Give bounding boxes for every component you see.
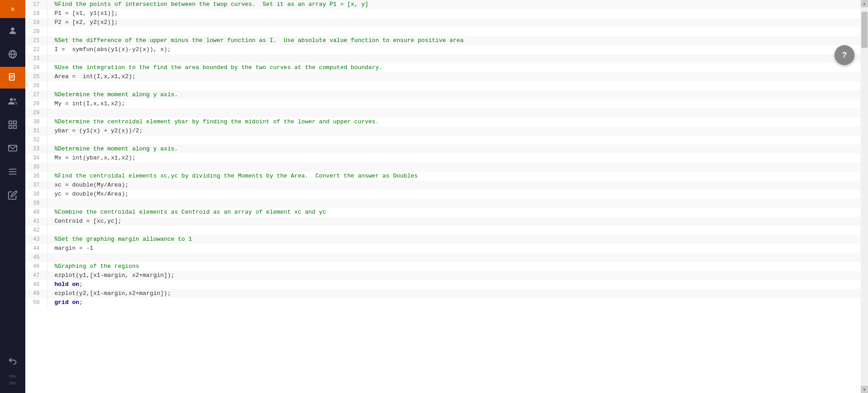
table-row: 42 (25, 226, 861, 235)
table-row: 44margin = -1 (25, 244, 861, 253)
help-button[interactable]: ? (835, 45, 854, 65)
line-number: 39 (25, 199, 47, 208)
svg-rect-10 (9, 121, 12, 124)
sidebar-item-edit[interactable] (0, 184, 25, 206)
line-content: %Determine the moment along y axis. (47, 145, 861, 154)
svg-point-0 (11, 28, 14, 31)
line-number: 22 (25, 45, 47, 54)
table-row: 48hold on; (25, 280, 861, 289)
line-number: 19 (25, 18, 47, 27)
line-number: 47 (25, 271, 47, 280)
scrollbar[interactable]: ▲ ▼ (861, 0, 868, 393)
line-content: Mx = int(ybar,x,x1,x2); (47, 154, 861, 163)
table-row: 43%Set the graphing margin allowance to … (25, 235, 861, 244)
table-row: 29 (25, 108, 861, 117)
line-content: Area = int(I,x,x1,x2); (47, 72, 861, 81)
svg-rect-12 (9, 126, 12, 128)
line-content: P1 = [x1, y1(x1)]; (47, 9, 861, 18)
list-icon (8, 167, 18, 177)
line-number: 27 (25, 90, 47, 99)
table-row: 24%Use the integration to the find the a… (25, 63, 861, 72)
user-icon (8, 26, 18, 36)
table-row: 20 (25, 27, 861, 36)
line-number: 37 (25, 181, 47, 190)
line-content: %Find the points of intersection between… (47, 0, 861, 9)
table-row: 30%Determine the centroidal element ybar… (25, 117, 861, 126)
close-button[interactable]: ✕ (0, 0, 25, 18)
line-content (47, 199, 861, 208)
line-content (47, 136, 861, 145)
line-number: 29 (25, 108, 47, 117)
line-number: 46 (25, 262, 47, 271)
line-content: %Combine the centroidal elements as Cent… (47, 208, 861, 217)
line-number: 18 (25, 9, 47, 18)
line-number: 34 (25, 154, 47, 163)
table-row: 31ybar = (y1(x) + y2(x))/2; (25, 126, 861, 136)
back-icon (8, 356, 18, 366)
table-row: 39 (25, 199, 861, 208)
line-number: 41 (25, 217, 47, 226)
sidebar-item-user[interactable] (0, 20, 25, 42)
line-content: ybar = (y1(x) + y2(x))/2; (47, 126, 861, 136)
line-content: %Determine the moment along y axis. (47, 90, 861, 99)
line-number: 42 (25, 226, 47, 235)
svg-rect-13 (14, 126, 16, 128)
scroll-thumb[interactable] (861, 12, 868, 48)
sidebar-item-back[interactable] (0, 351, 25, 372)
line-content: %Use the integration to the find the are… (47, 63, 861, 72)
sidebar: ✕ (0, 0, 25, 393)
scroll-up-arrow[interactable]: ▲ (861, 0, 868, 7)
code-editor[interactable]: 17%Find the points of intersection betwe… (25, 0, 861, 393)
sidebar-item-document[interactable] (0, 67, 25, 89)
line-number: 49 (25, 289, 47, 298)
line-content: P2 = [x2, y2(x2)]; (47, 18, 861, 27)
table-row: 40%Combine the centroidal elements as Ce… (25, 208, 861, 217)
table-row: 22I = symfun(abs(y1(x)-y2(x)), x); (25, 45, 861, 54)
sidebar-item-globe[interactable] (0, 43, 25, 65)
line-content (47, 54, 861, 63)
document-icon (8, 73, 18, 83)
line-content (47, 108, 861, 117)
line-number: 36 (25, 172, 47, 181)
table-row: 21%Set the difference of the upper minus… (25, 36, 861, 45)
table-row: 38yc = double(Mx/Area); (25, 190, 861, 199)
svg-rect-7 (10, 78, 13, 78)
table-row: 46%Graphing of the regions (25, 262, 861, 271)
globe-icon (8, 49, 18, 59)
sidebar-bottom: Priv Terr (0, 349, 25, 393)
line-number: 17 (25, 0, 47, 9)
svg-rect-11 (14, 121, 16, 124)
line-content: ezplot(y1,[x1-margin, x2+margin]); (47, 271, 861, 280)
table-row: 23 (25, 54, 861, 63)
table-row: 25Area = int(I,x,x1,x2); (25, 72, 861, 81)
sidebar-item-grid[interactable] (0, 114, 25, 136)
sidebar-text-priv: Priv (9, 374, 16, 379)
sidebar-item-group[interactable] (0, 90, 25, 112)
scroll-down-arrow[interactable]: ▼ (861, 386, 868, 393)
close-icon: ✕ (10, 5, 15, 14)
line-content: %Find the centroidal elements xc,yc by d… (47, 172, 861, 181)
line-content: margin = -1 (47, 244, 861, 253)
table-row: 41Centroid = [xc,yc]; (25, 217, 861, 226)
line-number: 50 (25, 298, 47, 307)
sidebar-item-mail[interactable] (0, 137, 25, 159)
line-content: xc = double(My/Area); (47, 181, 861, 190)
table-row: 49ezplot(y2,[x1-margin,x2+margin]); (25, 289, 861, 298)
line-content: hold on; (47, 280, 861, 289)
table-row: 35 (25, 163, 861, 172)
line-number: 26 (25, 81, 47, 90)
line-content: Centroid = [xc,yc]; (47, 217, 861, 226)
scroll-track[interactable] (861, 7, 868, 386)
line-content: I = symfun(abs(y1(x)-y2(x)), x); (47, 45, 861, 54)
svg-point-9 (14, 98, 16, 101)
line-number: 25 (25, 72, 47, 81)
table-row: 34Mx = int(ybar,x,x1,x2); (25, 154, 861, 163)
table-row: 27%Determine the moment along y axis. (25, 90, 861, 99)
line-number: 45 (25, 253, 47, 262)
sidebar-item-list[interactable] (0, 161, 25, 182)
table-row: 32 (25, 136, 861, 145)
code-table: 17%Find the points of intersection betwe… (25, 0, 861, 307)
line-content (47, 81, 861, 90)
line-number: 24 (25, 63, 47, 72)
table-row: 36%Find the centroidal elements xc,yc by… (25, 172, 861, 181)
